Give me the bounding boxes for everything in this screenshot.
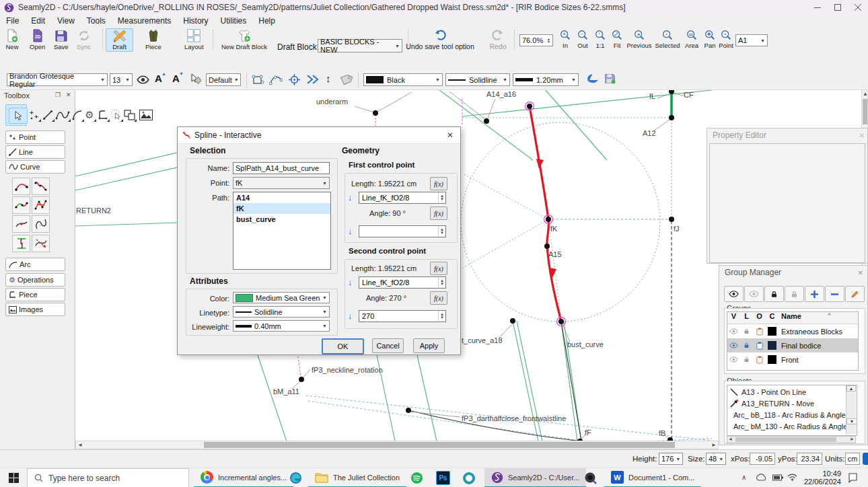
draft-mode-button[interactable]: Draft bbox=[106, 28, 133, 52]
draw-color-combobox[interactable]: Black▼ bbox=[363, 73, 443, 86]
tool-splinepath-button[interactable] bbox=[32, 178, 50, 195]
tool-curve-point-button[interactable] bbox=[12, 215, 30, 233]
onedrive-cloud-icon[interactable] bbox=[755, 474, 767, 482]
wifi-icon[interactable] bbox=[787, 474, 797, 481]
label-style-combobox[interactable]: Default▼ bbox=[206, 73, 241, 86]
eye-icon[interactable] bbox=[729, 357, 738, 363]
taskbar-chrome[interactable]: Incremental angles... bbox=[194, 468, 293, 487]
toolbox-group-curve[interactable]: Curve bbox=[5, 160, 65, 174]
spinner-arrows-icon[interactable]: ▲▼ bbox=[438, 311, 445, 322]
toolbox-group-piece[interactable]: Piece bbox=[5, 288, 65, 301]
path-item[interactable]: bust_curve bbox=[233, 214, 330, 225]
image-tool-button[interactable] bbox=[137, 108, 155, 122]
vertical-arrow-icon[interactable]: ↕ bbox=[326, 73, 331, 84]
tool-scurve-button[interactable] bbox=[32, 215, 50, 233]
spinner-arrows-icon[interactable]: ▲▼ bbox=[438, 192, 445, 203]
first-angle-formula-button[interactable]: f(x) bbox=[430, 207, 447, 220]
zoom-area-button[interactable]: ▭Area bbox=[682, 29, 701, 49]
scroll-left-icon[interactable]: ◄ bbox=[77, 442, 83, 448]
point-tools-button[interactable] bbox=[27, 108, 42, 122]
show-control-points-button[interactable] bbox=[252, 73, 264, 89]
objects-horizontal-scrollbar[interactable]: ◄ ► bbox=[727, 436, 856, 443]
show-labels-button[interactable] bbox=[137, 75, 149, 87]
point-name-style-button[interactable] bbox=[190, 73, 201, 87]
reset-format-button[interactable] bbox=[587, 73, 599, 87]
menu-item-utilities[interactable]: Utilities bbox=[215, 16, 253, 26]
taskbar-photoshop[interactable]: Ps bbox=[429, 468, 457, 487]
tool-spline-button[interactable] bbox=[12, 178, 30, 195]
spinner-arrows-icon[interactable]: ▲▼ bbox=[438, 226, 445, 237]
taskbar-dark-app[interactable] bbox=[577, 468, 604, 487]
first-angle-formula-input[interactable]: ▲▼ bbox=[359, 225, 446, 237]
second-angle-formula-input[interactable]: 270▲▼ bbox=[359, 310, 446, 322]
spinner-arrows-icon[interactable]: ▲▼ bbox=[545, 38, 550, 43]
select-objects-tool-button[interactable] bbox=[109, 108, 124, 122]
open-button[interactable]: 2DOpen bbox=[30, 29, 45, 50]
dialog-close-icon[interactable]: ✕ bbox=[447, 130, 454, 140]
layout-mode-button[interactable]: Layout bbox=[184, 29, 204, 50]
clipboard-icon[interactable] bbox=[756, 328, 763, 336]
taskbar-edge[interactable] bbox=[283, 468, 309, 487]
first-length-formula-input[interactable]: Line_fK_fO2/8▲▼ bbox=[359, 192, 446, 204]
path-listbox[interactable]: A14 fK bust_curve bbox=[233, 192, 331, 270]
draft-block-combobox[interactable]: BASIC BLOCKS - NEW▼ bbox=[318, 39, 402, 52]
zoom-percentage-spinner[interactable]: 76.0%▲▼ bbox=[519, 34, 553, 46]
zoom-11-button[interactable]: ¹1:1 bbox=[592, 29, 608, 49]
toolbox-float-icon[interactable]: ❐ bbox=[55, 91, 61, 98]
start-button[interactable] bbox=[0, 468, 27, 487]
font-family-combobox[interactable]: Brandon Grotesque Regular▼ bbox=[7, 73, 108, 86]
info-icon[interactable] bbox=[863, 453, 868, 465]
ok-button[interactable]: OK bbox=[322, 338, 364, 354]
group-manager-close-icon[interactable]: ✕ bbox=[858, 269, 863, 276]
taskbar-word[interactable]: W Document1 - Com... bbox=[604, 468, 701, 487]
menu-item-edit[interactable]: Edit bbox=[25, 16, 51, 26]
snap-to-point-button[interactable] bbox=[288, 73, 301, 89]
cancel-button[interactable]: Cancel bbox=[372, 338, 404, 353]
first-length-formula-button[interactable]: f(x) bbox=[430, 177, 447, 190]
lock-icon[interactable] bbox=[744, 356, 750, 363]
objects-vertical-scrollbar[interactable]: ▲ ▼ bbox=[846, 385, 856, 434]
tool-curve-intersect-button[interactable] bbox=[12, 235, 30, 252]
edit-group-button[interactable] bbox=[845, 286, 865, 302]
linetype-combobox[interactable]: Solidline▼ bbox=[233, 306, 330, 317]
piece-tools-button[interactable] bbox=[96, 108, 110, 122]
unlock-group-button[interactable] bbox=[785, 286, 804, 302]
minimize-button[interactable] bbox=[807, 1, 828, 14]
new-draft-block-button[interactable]: New Draft Block bbox=[217, 29, 272, 50]
save-button[interactable]: Save bbox=[54, 29, 69, 50]
save-format-button[interactable] bbox=[604, 73, 616, 87]
property-editor-title-bar[interactable]: Property Editor ✕ bbox=[707, 128, 867, 142]
group-row-front[interactable]: Front bbox=[727, 352, 858, 367]
clipboard-icon[interactable] bbox=[756, 342, 763, 350]
draw-linetype-combobox[interactable]: Solidline▼ bbox=[445, 73, 510, 86]
groups-table-header[interactable]: V L O C Name ^ bbox=[727, 312, 858, 324]
object-item[interactable]: Arc_ bM_130 - Arc Radius & Angles bbox=[727, 421, 846, 432]
objects-scroll-left-icon[interactable]: ◄ bbox=[728, 437, 733, 441]
zoom-out-button[interactable]: −Out bbox=[575, 29, 591, 49]
object-item[interactable]: A13 - Point On Line bbox=[727, 387, 846, 398]
union-tool-button[interactable] bbox=[122, 108, 137, 122]
undo-button[interactable]: Undo save tool option bbox=[411, 28, 469, 50]
path-item-selected[interactable]: fK bbox=[233, 203, 330, 214]
lineweight-combobox[interactable]: 0.40mm▼ bbox=[233, 320, 330, 332]
group-manager-title-bar[interactable]: Group Manager ✕ bbox=[719, 266, 867, 279]
taskbar-spotify[interactable] bbox=[404, 468, 430, 487]
toolbox-group-arc[interactable]: Arc bbox=[5, 258, 65, 271]
spline-name-input[interactable] bbox=[233, 162, 330, 174]
show-group-button[interactable] bbox=[724, 286, 744, 302]
toolbox-group-point[interactable]: Point bbox=[5, 130, 65, 144]
show-curve-details-button[interactable] bbox=[269, 73, 283, 89]
taskbar-round-app[interactable] bbox=[456, 468, 482, 487]
curve-tools-button[interactable] bbox=[54, 108, 71, 122]
zoom-fit-button[interactable]: ⤢Fit bbox=[610, 29, 624, 49]
increase-label-font-button[interactable]: A▲ bbox=[155, 73, 162, 84]
vertical-scroll-thumb[interactable] bbox=[863, 99, 867, 124]
menu-item-history[interactable]: History bbox=[177, 16, 214, 26]
canvas-horizontal-scrollbar[interactable]: ◄ ► bbox=[75, 441, 719, 449]
dialog-title-bar[interactable]: Spline - Interactive ✕ bbox=[178, 127, 460, 144]
objects-scroll-thumb[interactable] bbox=[735, 437, 836, 442]
property-editor-close-icon[interactable]: ✕ bbox=[859, 132, 865, 139]
zoom-pan-button[interactable]: ✥Pan bbox=[702, 29, 717, 49]
labels-tag-button[interactable] bbox=[339, 73, 353, 88]
maximize-button[interactable] bbox=[828, 1, 848, 14]
